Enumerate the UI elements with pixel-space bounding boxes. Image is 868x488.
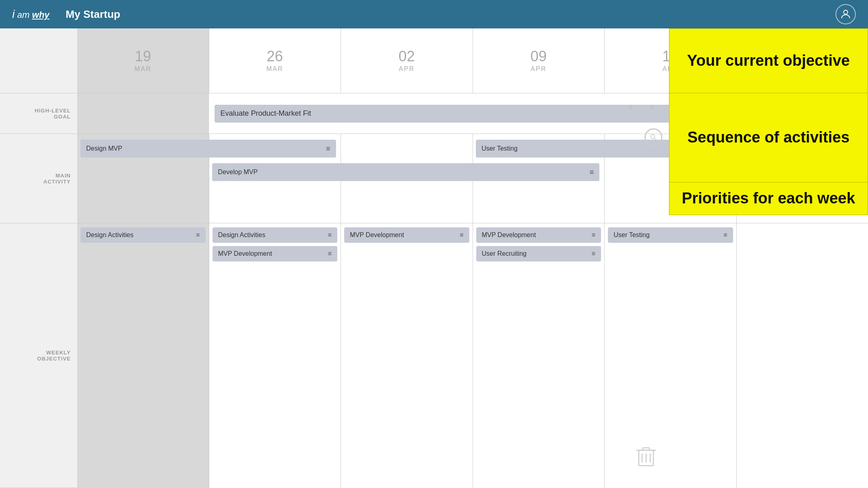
tooltip-sequence-label: Sequence of activities: [687, 128, 849, 147]
date-num-3: 09: [530, 49, 547, 64]
develop-mvp-bar[interactable]: Develop MVP ≡: [212, 163, 599, 181]
weekly-bar-2-0[interactable]: MVP Development ≡: [344, 227, 469, 243]
trash-icon[interactable]: [636, 445, 657, 472]
logo-why: why: [32, 10, 50, 20]
weekly-bar-label-1-1: MVP Development: [218, 250, 272, 257]
tooltip-current-objective: Your current objective: [669, 28, 868, 93]
zoom-icon[interactable]: [644, 128, 662, 146]
weekly-bar-menu-4-0[interactable]: ≡: [723, 231, 727, 239]
hl-goal-label: Evaluate Product-Market Fit: [220, 109, 311, 118]
date-num-0: 19: [135, 49, 151, 64]
row-labels-column: HIGH-LEVEL GOAL MAIN ACTIVITY WEEKLY OBJ…: [0, 28, 77, 488]
weekly-cell-0: Design Activities ≡: [77, 223, 209, 488]
weekly-bar-label-2-0: MVP Development: [350, 231, 404, 239]
date-month-3: APR: [531, 65, 547, 73]
weekly-cell-3: MVP Development ≡User Recruiting ≡: [473, 223, 605, 488]
date-month-2: APR: [399, 65, 414, 73]
tooltip-priorities: Priorities for each week: [669, 183, 868, 215]
prev-button[interactable]: ‹: [622, 97, 640, 115]
weekly-bar-0-0[interactable]: Design Activities ≡: [80, 227, 206, 243]
weekly-bar-3-0[interactable]: MVP Development ≡: [476, 227, 601, 243]
weekly-bar-label-3-1: User Recruiting: [482, 250, 527, 257]
date-col-3: 09 APR: [473, 28, 605, 93]
develop-mvp-label: Develop MVP: [218, 168, 258, 176]
design-mvp-label: Design MVP: [86, 145, 122, 152]
weekly-bar-1-0[interactable]: Design Activities ≡: [213, 227, 338, 243]
label-main-activity: MAIN ACTIVITY: [0, 134, 77, 223]
weekly-bar-3-1[interactable]: User Recruiting ≡: [476, 246, 601, 261]
weekly-bar-menu-1-0[interactable]: ≡: [328, 231, 332, 239]
weekly-cell-2: MVP Development ≡: [341, 223, 473, 488]
weekly-bar-4-0[interactable]: User Testing ≡: [608, 227, 733, 243]
header-left: i am why My Startup: [12, 8, 120, 21]
design-mvp-menu[interactable]: ≡: [326, 145, 330, 153]
hl-shaded-cell: [77, 93, 209, 134]
date-month-1: MAR: [266, 65, 283, 73]
weekly-bar-label-1-0: Design Activities: [218, 231, 266, 239]
svg-point-0: [844, 10, 848, 14]
app-title: My Startup: [66, 8, 120, 21]
weekly-cell-4: User Testing ≡: [605, 223, 737, 488]
weekly-bar-label-3-0: MVP Development: [482, 231, 536, 239]
weekly-bar-label-4-0: User Testing: [614, 231, 650, 239]
weekly-bar-label-0-0: Design Activities: [86, 231, 134, 239]
date-num-2: 02: [399, 49, 415, 64]
grid-area: 19 MAR26 MAR02 APR09 APR16 APR23 APR: [77, 28, 868, 488]
logo: i am why: [12, 8, 50, 21]
logo-i: i: [12, 8, 15, 21]
weekly-bar-1-1[interactable]: MVP Development ≡: [213, 246, 338, 261]
svg-point-1: [651, 134, 655, 138]
date-num-1: 26: [267, 49, 283, 64]
label-high-level: HIGH-LEVEL GOAL: [0, 93, 77, 134]
date-col-0: 19 MAR: [77, 28, 209, 93]
date-col-1: 26 MAR: [209, 28, 341, 93]
label-spacer: [0, 28, 77, 93]
weekly-bar-menu-0-0[interactable]: ≡: [196, 231, 200, 239]
tooltip-area: Your current objective Sequence of activ…: [669, 28, 868, 215]
user-testing-label: User Testing: [482, 145, 518, 152]
tooltip-current-label: Your current objective: [687, 52, 850, 70]
date-col-2: 02 APR: [341, 28, 473, 93]
weekly-bar-menu-3-1[interactable]: ≡: [592, 250, 595, 257]
weekly-bar-menu-2-0[interactable]: ≡: [460, 231, 463, 239]
weekly-objective-row: Design Activities ≡Design Activities ≡MV…: [77, 223, 868, 488]
weekly-bar-menu-1-1[interactable]: ≡: [328, 250, 332, 257]
next-button[interactable]: ›: [643, 97, 661, 115]
date-month-0: MAR: [135, 65, 152, 73]
weekly-cell-5: [737, 223, 868, 488]
svg-line-2: [654, 138, 656, 140]
design-mvp-bar[interactable]: Design MVP ≡: [80, 140, 336, 158]
nav-arrows: ‹ ›: [622, 97, 661, 115]
tooltip-priorities-label: Priorities for each week: [682, 189, 855, 208]
main-container: HIGH-LEVEL GOAL MAIN ACTIVITY WEEKLY OBJ…: [0, 28, 868, 488]
label-weekly-objective: WEEKLY OBJECTIVE: [0, 223, 77, 488]
develop-mvp-menu[interactable]: ≡: [590, 168, 594, 177]
app-header: i am why My Startup: [0, 0, 868, 28]
logo-am: am: [17, 10, 30, 20]
weekly-bar-menu-3-0[interactable]: ≡: [592, 231, 595, 239]
avatar[interactable]: [835, 4, 856, 24]
tooltip-sequence: Sequence of activities: [669, 93, 868, 183]
weekly-cell-1: Design Activities ≡MVP Development ≡: [209, 223, 341, 488]
